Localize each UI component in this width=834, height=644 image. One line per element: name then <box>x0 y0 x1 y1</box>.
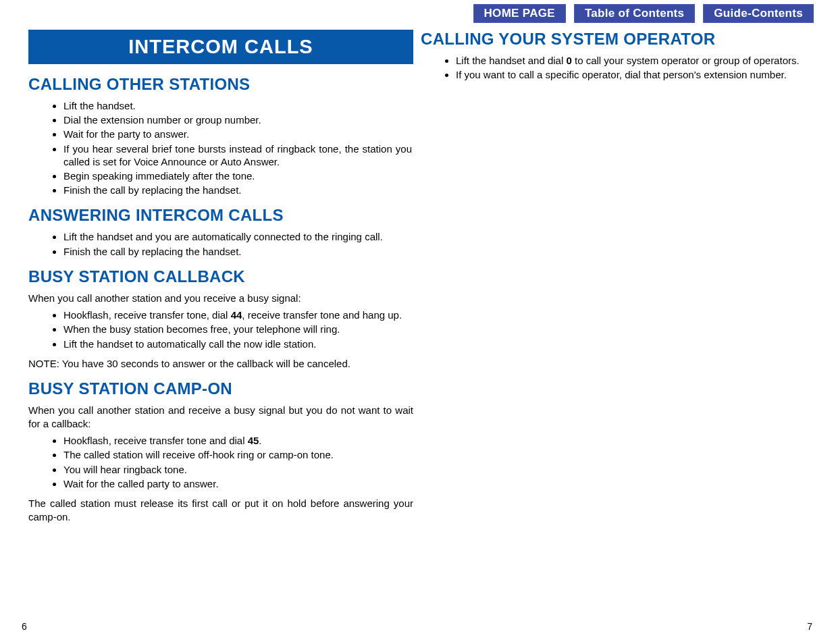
left-page: INTERCOM CALLS CALLING OTHER STATIONS Li… <box>28 30 413 530</box>
list-item: Lift the handset to automatically call t… <box>63 338 413 350</box>
section-title-calling-other-stations: CALLING OTHER STATIONS <box>28 75 413 94</box>
guide-contents-button[interactable]: Guide-Contents <box>703 4 814 23</box>
table-of-contents-button[interactable]: Table of Contents <box>574 4 695 23</box>
section-title-answering-intercom: ANSWERING INTERCOM CALLS <box>28 206 413 225</box>
list-busy-callback: Hookflash, receive transfer tone, dial 4… <box>28 308 413 350</box>
list-item: The called station will receive off-hook… <box>63 448 413 461</box>
list-item: When the busy station becomes free, your… <box>63 323 413 336</box>
list-item: You will hear ringback tone. <box>63 463 413 476</box>
list-calling-operator: Lift the handset and dial 0 to call your… <box>421 54 806 81</box>
intro-text: When you call another station and you re… <box>28 292 413 305</box>
list-answering-intercom: Lift the handset and you are automatical… <box>28 230 413 257</box>
intro-text: When you call another station and receiv… <box>28 404 413 430</box>
list-item: Begin speaking immediately after the ton… <box>63 169 413 182</box>
home-page-button[interactable]: HOME PAGE <box>473 4 566 23</box>
right-page: CALLING YOUR SYSTEM OPERATOR Lift the ha… <box>421 30 806 88</box>
page-banner: INTERCOM CALLS <box>28 30 413 64</box>
page-number-left: 6 <box>22 621 27 632</box>
list-item: If you want to call a specific operator,… <box>456 68 806 81</box>
list-item: Hookflash, receive transfer tone and dia… <box>63 434 413 447</box>
list-item: If you hear several brief tone bursts in… <box>63 142 413 168</box>
list-item: Lift the handset and dial 0 to call your… <box>456 54 806 67</box>
closing-text: The called station must release its firs… <box>28 497 413 523</box>
list-item: Dial the extension number or group numbe… <box>63 113 413 126</box>
section-title-busy-callback: BUSY STATION CALLBACK <box>28 267 413 286</box>
list-item: Finish the call by replacing the handset… <box>63 245 413 258</box>
list-calling-other-stations: Lift the handset. Dial the extension num… <box>28 99 413 196</box>
section-title-calling-operator: CALLING YOUR SYSTEM OPERATOR <box>421 30 806 49</box>
list-item: Hookflash, receive transfer tone, dial 4… <box>63 308 413 321</box>
list-item: Wait for the party to answer. <box>63 128 413 140</box>
list-item: Lift the handset. <box>63 99 413 112</box>
list-busy-campon: Hookflash, receive transfer tone and dia… <box>28 434 413 490</box>
list-item: Finish the call by replacing the handset… <box>63 184 413 196</box>
nav-bar: HOME PAGE Table of Contents Guide-Conten… <box>473 4 814 23</box>
list-item: Wait for the called party to answer. <box>63 477 413 490</box>
list-item: Lift the handset and you are automatical… <box>63 230 413 243</box>
note-text: NOTE: You have 30 seconds to answer or t… <box>28 357 413 371</box>
section-title-busy-campon: BUSY STATION CAMP-ON <box>28 379 413 398</box>
page-number-right: 7 <box>807 621 812 632</box>
